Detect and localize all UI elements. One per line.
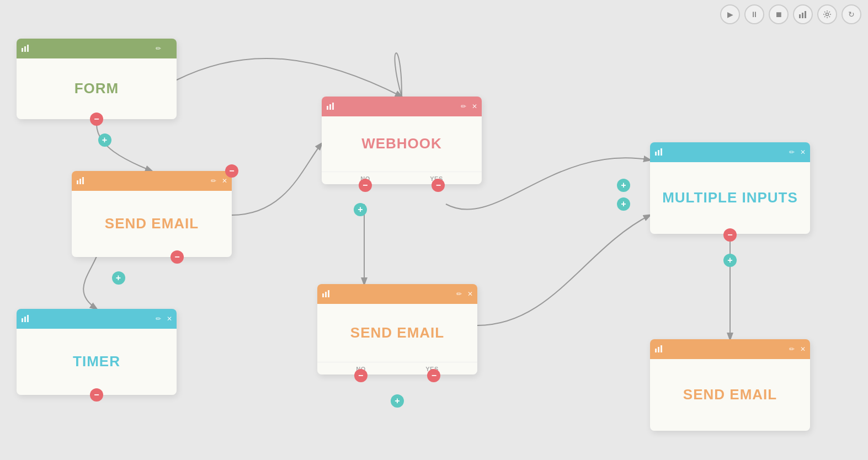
- send-email-2-body: SEND EMAIL: [317, 304, 477, 362]
- svg-rect-1: [802, 13, 803, 18]
- send-email-3-body: SEND EMAIL: [650, 359, 810, 431]
- form-chart-icon: [21, 44, 30, 54]
- svg-rect-16: [322, 293, 324, 297]
- send-email-1-node: ✏ ✕ SEND EMAIL − + −: [72, 171, 232, 257]
- form-minus-connector[interactable]: −: [90, 113, 103, 126]
- send-email-1-edit-icon[interactable]: ✏: [211, 177, 216, 185]
- send-email-2-footer: NO YES: [317, 362, 477, 375]
- send-email-1-minus-bottom[interactable]: −: [171, 250, 184, 264]
- multiple-inputs-close-icon[interactable]: ✕: [800, 148, 806, 156]
- multiple-inputs-minus-bottom[interactable]: −: [723, 228, 737, 242]
- svg-rect-23: [658, 347, 659, 352]
- timer-edit-icon[interactable]: ✏: [156, 315, 161, 323]
- multiple-inputs-chart-icon: [654, 147, 663, 158]
- send-email-2-minus-yes[interactable]: −: [427, 369, 440, 382]
- svg-rect-20: [658, 150, 659, 156]
- svg-rect-21: [661, 148, 662, 156]
- send-email-1-minus-top[interactable]: −: [225, 164, 238, 178]
- send-email-3-header: ✏ ✕: [650, 339, 810, 359]
- webhook-minus-no[interactable]: −: [359, 179, 372, 192]
- pause-button[interactable]: ⏸: [744, 4, 764, 24]
- webhook-plus-no[interactable]: +: [354, 203, 367, 216]
- webhook-close-icon[interactable]: ✕: [472, 103, 477, 110]
- send-email-2-title: SEND EMAIL: [350, 324, 444, 341]
- webhook-footer: NO YES: [322, 172, 482, 184]
- svg-point-3: [826, 13, 829, 16]
- svg-rect-4: [22, 48, 23, 52]
- send-email-2-header: ✏ ✕: [317, 284, 477, 304]
- webhook-minus-yes[interactable]: −: [432, 179, 445, 192]
- multiple-inputs-plus-bottom[interactable]: +: [723, 254, 737, 267]
- toolbar: ▶ ⏸ ⏹ ↻: [720, 4, 861, 24]
- send-email-3-title: SEND EMAIL: [683, 386, 777, 403]
- svg-rect-17: [325, 292, 327, 297]
- multiple-inputs-body: MULTIPLE INPUTS: [650, 162, 810, 234]
- send-email-1-body: SEND EMAIL: [72, 191, 232, 257]
- svg-rect-0: [799, 14, 801, 18]
- send-email-2-plus[interactable]: +: [391, 394, 404, 408]
- multiple-inputs-node: ✏ ✕ MULTIPLE INPUTS + + − +: [650, 142, 810, 234]
- multiple-inputs-plus-left-top[interactable]: +: [617, 179, 630, 192]
- svg-rect-14: [329, 104, 331, 110]
- send-email-2-minus-no[interactable]: −: [354, 369, 368, 382]
- timer-minus-bottom[interactable]: −: [90, 388, 103, 402]
- svg-rect-2: [805, 11, 806, 18]
- svg-rect-9: [82, 177, 84, 184]
- svg-rect-7: [77, 180, 78, 184]
- svg-rect-6: [27, 45, 29, 52]
- form-node-header: ✏: [17, 39, 177, 58]
- send-email-2-chart-icon: [322, 289, 331, 299]
- timer-close-icon[interactable]: ✕: [167, 315, 172, 323]
- send-email-3-node: ✏ ✕ SEND EMAIL: [650, 339, 810, 431]
- form-node: ✏ FORM − +: [17, 39, 177, 119]
- multiple-inputs-edit-icon[interactable]: ✏: [789, 148, 795, 156]
- stop-button[interactable]: ⏹: [769, 4, 789, 24]
- send-email-2-node: ✏ ✕ SEND EMAIL NO YES − − +: [317, 284, 477, 375]
- settings-button[interactable]: [817, 4, 837, 24]
- svg-rect-24: [661, 345, 662, 352]
- multiple-inputs-header: ✏ ✕: [650, 142, 810, 162]
- webhook-header: ✏ ✕: [322, 97, 482, 116]
- timer-node: ✏ ✕ TIMER −: [17, 309, 177, 395]
- play-button[interactable]: ▶: [720, 4, 740, 24]
- form-edit-icon[interactable]: ✏: [156, 45, 161, 52]
- svg-rect-15: [332, 103, 334, 110]
- form-node-title: FORM: [74, 80, 119, 97]
- send-email-2-edit-icon[interactable]: ✏: [456, 290, 462, 298]
- webhook-body: WEBHOOK: [322, 116, 482, 172]
- svg-rect-5: [24, 46, 26, 52]
- timer-body: TIMER: [17, 329, 177, 395]
- refresh-button[interactable]: ↻: [842, 4, 861, 24]
- svg-rect-8: [79, 179, 81, 184]
- timer-title: TIMER: [73, 353, 120, 370]
- form-plus-connector[interactable]: +: [98, 133, 111, 147]
- send-email-1-close-icon[interactable]: ✕: [222, 177, 227, 185]
- send-email-1-header: ✏ ✕: [72, 171, 232, 191]
- svg-rect-22: [655, 349, 657, 352]
- svg-rect-19: [655, 152, 657, 156]
- chart-button[interactable]: [793, 4, 813, 24]
- webhook-edit-icon[interactable]: ✏: [461, 103, 466, 110]
- webhook-chart-icon: [326, 101, 335, 112]
- svg-rect-13: [327, 106, 328, 110]
- webhook-node: ✏ ✕ WEBHOOK NO YES − − +: [322, 97, 482, 184]
- timer-chart-icon: [21, 314, 30, 324]
- svg-rect-18: [328, 290, 329, 297]
- webhook-title: WEBHOOK: [361, 135, 442, 152]
- send-email-1-title: SEND EMAIL: [105, 215, 199, 232]
- svg-rect-10: [22, 318, 23, 322]
- send-email-3-close-icon[interactable]: ✕: [800, 345, 806, 353]
- svg-rect-12: [27, 315, 29, 322]
- send-email-2-close-icon[interactable]: ✕: [467, 290, 473, 298]
- send-email-1-plus-bottom[interactable]: +: [112, 271, 125, 285]
- send-email-3-chart-icon: [654, 344, 663, 355]
- timer-header: ✏ ✕: [17, 309, 177, 329]
- multiple-inputs-plus-left-bottom[interactable]: +: [617, 197, 630, 211]
- multiple-inputs-title: MULTIPLE INPUTS: [662, 189, 798, 206]
- send-email-1-chart-icon: [76, 176, 85, 186]
- send-email-3-edit-icon[interactable]: ✏: [789, 345, 795, 353]
- form-node-body: FORM: [17, 58, 177, 119]
- svg-rect-11: [24, 317, 26, 322]
